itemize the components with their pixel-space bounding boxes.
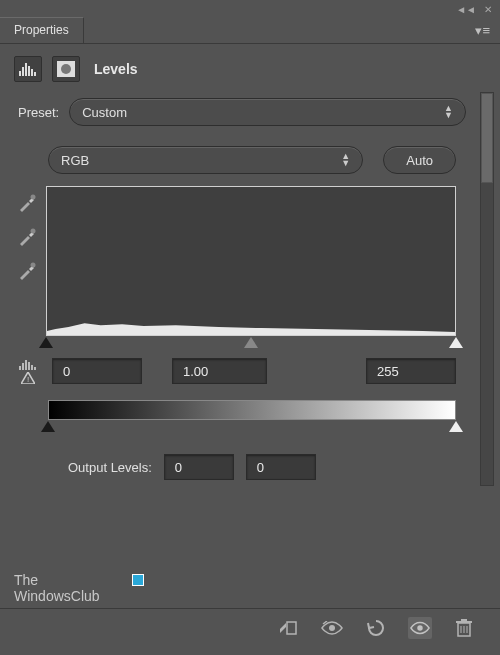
svg-rect-14 xyxy=(28,362,30,370)
output-white-slider[interactable] xyxy=(449,421,463,432)
svg-point-7 xyxy=(61,64,71,74)
input-white-field[interactable]: 255 xyxy=(366,358,456,384)
panel-top-controls: ◄◄ ✕ xyxy=(0,0,500,17)
panel-menu-icon[interactable]: ▾≡ xyxy=(475,23,490,38)
svg-rect-1 xyxy=(22,67,24,76)
channel-dropdown[interactable]: RGB ▲▼ xyxy=(48,146,363,174)
output-white-field[interactable]: 0 xyxy=(246,454,316,480)
input-white-slider[interactable] xyxy=(449,337,463,348)
histogram xyxy=(46,186,456,336)
close-icon[interactable]: ✕ xyxy=(484,4,492,15)
input-slider-track xyxy=(46,336,456,350)
output-levels-row: Output Levels: 0 0 xyxy=(6,436,474,486)
svg-point-9 xyxy=(31,229,36,234)
input-levels-row: ! 0 1.00 255 xyxy=(6,350,474,390)
svg-rect-5 xyxy=(34,72,36,76)
scrollbar[interactable] xyxy=(480,92,494,486)
eyedropper-white-icon[interactable] xyxy=(16,260,38,282)
histogram-row xyxy=(6,186,474,350)
svg-point-8 xyxy=(31,195,36,200)
visibility-icon[interactable] xyxy=(408,617,432,639)
view-previous-state-icon[interactable] xyxy=(320,617,344,639)
output-black-field[interactable]: 0 xyxy=(164,454,234,480)
output-gradient xyxy=(48,400,456,420)
input-black-slider[interactable] xyxy=(39,337,53,348)
svg-rect-3 xyxy=(28,66,30,76)
eyedropper-black-icon[interactable] xyxy=(16,192,38,214)
preset-value: Custom xyxy=(82,105,127,120)
watermark-square-icon xyxy=(132,574,144,586)
svg-rect-4 xyxy=(31,69,33,76)
input-midtone-field[interactable]: 1.00 xyxy=(172,358,267,384)
preset-dropdown[interactable]: Custom ▲▼ xyxy=(69,98,466,126)
input-midtone-slider[interactable] xyxy=(244,337,258,348)
channel-row: RGB ▲▼ Auto xyxy=(6,136,474,186)
watermark-line2: WindowsClub xyxy=(14,588,100,604)
svg-point-20 xyxy=(417,625,422,630)
preset-row: Preset: Custom ▲▼ xyxy=(6,92,474,136)
calculate-histogram-icon[interactable]: ! xyxy=(16,359,40,384)
collapse-icon[interactable]: ◄◄ xyxy=(456,4,476,15)
chevron-updown-icon: ▲▼ xyxy=(444,105,453,119)
chevron-updown-icon: ▲▼ xyxy=(341,153,350,167)
tab-row: Properties ▾≡ xyxy=(0,17,500,44)
properties-tab[interactable]: Properties xyxy=(0,17,84,43)
svg-rect-18 xyxy=(287,622,296,634)
svg-point-10 xyxy=(31,263,36,268)
clip-to-layer-icon[interactable] xyxy=(276,617,300,639)
svg-text:!: ! xyxy=(27,375,29,384)
channel-value: RGB xyxy=(61,153,89,168)
auto-button[interactable]: Auto xyxy=(383,146,456,174)
preset-label: Preset: xyxy=(18,105,59,120)
levels-icon[interactable] xyxy=(14,56,42,82)
output-levels-label: Output Levels: xyxy=(68,460,152,475)
output-black-slider[interactable] xyxy=(41,421,55,432)
svg-rect-2 xyxy=(25,63,27,76)
svg-rect-13 xyxy=(25,360,27,370)
reset-icon[interactable] xyxy=(364,617,388,639)
scrollbar-thumb[interactable] xyxy=(481,93,493,183)
input-black-field[interactable]: 0 xyxy=(52,358,142,384)
svg-rect-12 xyxy=(22,363,24,370)
mask-icon[interactable] xyxy=(52,56,80,82)
watermark: The WindowsClub xyxy=(14,572,100,604)
adjustment-header: Levels xyxy=(0,44,500,92)
eyedroppers xyxy=(16,186,38,350)
trash-icon[interactable] xyxy=(452,617,476,639)
watermark-line1: The xyxy=(14,572,100,588)
output-gradient-row xyxy=(6,390,474,436)
svg-rect-22 xyxy=(456,621,472,623)
properties-panel: ◄◄ ✕ Properties ▾≡ Levels xyxy=(0,0,500,655)
output-slider-track xyxy=(48,420,456,434)
adjustment-title: Levels xyxy=(94,61,138,77)
svg-rect-0 xyxy=(19,71,21,76)
bottom-toolbar xyxy=(0,608,500,647)
eyedropper-gray-icon[interactable] xyxy=(16,226,38,248)
svg-rect-16 xyxy=(34,367,36,370)
svg-point-19 xyxy=(329,625,335,631)
svg-rect-15 xyxy=(31,365,33,370)
svg-rect-11 xyxy=(19,366,21,370)
svg-rect-23 xyxy=(461,619,467,621)
